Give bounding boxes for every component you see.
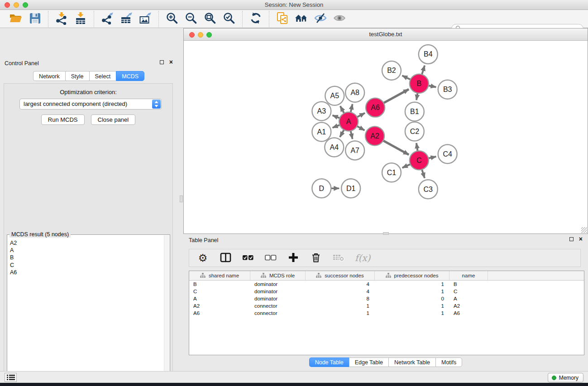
table-row[interactable]: A2connector11A2 [189,302,584,310]
column-settings-button[interactable]: ⚙ [196,251,209,265]
graph-node-D1[interactable]: D1 [341,179,360,198]
mcds-result-item[interactable]: B [7,254,163,261]
table-cell: A [189,295,250,302]
zoom-in-button[interactable] [165,12,179,26]
table-cell: 1 [306,302,375,310]
new-network-from-selection-button[interactable] [275,12,290,26]
mcds-result-item[interactable]: C [7,262,163,269]
create-column-button[interactable] [287,251,300,265]
main-toolbar [0,10,588,28]
tab-node-table[interactable]: Node Table [309,357,349,367]
table-cell: A6 [449,310,488,317]
graph-node-A7[interactable]: A7 [345,141,364,160]
mcds-result-item[interactable]: A2 [7,239,163,247]
tab-select[interactable]: Select [89,71,116,81]
vertical-scrollbar-nub[interactable] [180,195,183,202]
graph-node-D[interactable]: D [312,179,331,198]
memory-label: Memory [559,375,578,381]
open-session-button[interactable] [9,12,23,26]
tab-mcds[interactable]: MCDS [116,71,144,81]
network-graph[interactable]: B4B2BB3A8A5A6A3B1AC2A1A2A4A7C4CC1DD1C3 [184,41,588,234]
graph-node-C1[interactable]: C1 [382,163,401,182]
svg-text:A7: A7 [350,147,359,154]
svg-text:C3: C3 [424,186,433,193]
network-window-titlebar[interactable]: testGlobe.txt [184,29,588,41]
graph-node-C3[interactable]: C3 [419,180,438,199]
graph-node-B2[interactable]: B2 [382,61,401,80]
network-view-window: testGlobe.txt B4B2BB3A8A5A6A3B1AC2A1A2A4… [183,28,588,234]
graph-node-A2[interactable]: A2 [365,127,384,146]
network-canvas[interactable]: B4B2BB3A8A5A6A3B1AC2A1A2A4A7C4CC1DD1C3 [184,41,588,234]
apply-layout-button[interactable] [249,12,263,26]
memory-button[interactable]: Memory [548,373,583,382]
column-header-predecessor-nodes[interactable]: predecessor nodes [375,271,449,280]
export-table-button[interactable] [119,12,134,26]
close-panel-button[interactable]: Close panel [91,114,136,125]
zoom-fit-icon [204,12,216,26]
save-session-button[interactable] [28,12,42,26]
run-mcds-button[interactable]: Run MCDS [41,114,85,125]
tab-motifs[interactable]: Motifs [435,357,462,367]
tab-edge-table[interactable]: Edge Table [349,357,388,367]
column-tree-icon [261,273,266,279]
table-cell: A2 [449,302,488,310]
split-table-button[interactable] [219,251,232,265]
mcds-result-item[interactable]: A [7,247,163,254]
column-header-successor-nodes[interactable]: successor nodes [306,271,375,280]
result-scrollbar[interactable] [164,235,169,386]
graph-node-B3[interactable]: B3 [438,80,457,99]
node-table: shared nameMCDS rolesuccessor nodesprede… [189,271,584,355]
table-row[interactable]: Adominator80A [189,295,584,302]
first-neighbors-button[interactable] [294,12,309,26]
column-tree-icon [316,273,321,279]
zoom-fit-button[interactable] [203,12,217,26]
graph-node-C4[interactable]: C4 [438,144,457,163]
svg-text:B2: B2 [387,67,396,74]
unselect-all-rows-button[interactable] [264,251,277,265]
graph-node-B[interactable]: B [410,74,429,93]
show-all-icon [333,13,346,25]
svg-text:D: D [319,185,325,192]
graph-node-B1[interactable]: B1 [405,102,424,121]
export-image-button[interactable] [138,12,153,26]
window-resize-grip[interactable] [581,227,587,233]
table-row[interactable]: A6connector11A6 [189,310,584,317]
graph-node-C[interactable]: C [410,151,429,170]
tab-network[interactable]: Network [33,71,65,81]
tab-style[interactable]: Style [65,71,89,81]
import-network-button[interactable] [54,12,69,26]
graph-node-A8[interactable]: A8 [345,83,364,102]
close-table-panel-icon[interactable]: × [579,237,583,241]
table-row[interactable]: Bdominator41B [189,281,584,288]
table-body: Bdominator41BCdominator41CAdominator80AA… [189,281,584,317]
hide-selected-button[interactable] [313,12,328,26]
graph-node-A5[interactable]: A5 [325,86,344,105]
export-network-button[interactable] [100,12,115,26]
mcds-result-item[interactable]: A6 [7,269,163,276]
graph-node-C2[interactable]: C2 [405,122,424,141]
graph-node-A1[interactable]: A1 [312,123,331,142]
tab-network-table[interactable]: Network Table [388,357,435,367]
close-panel-icon[interactable]: × [169,60,173,64]
import-table-button[interactable] [73,12,88,26]
select-all-rows-button[interactable] [242,251,254,265]
mcds-tab-content: Optimization criterion: largest connecte… [4,83,173,386]
float-panel-icon[interactable] [160,60,164,64]
zoom-selected-button[interactable] [222,12,236,26]
graph-node-A4[interactable]: A4 [325,138,344,157]
graph-node-B4[interactable]: B4 [419,45,438,64]
table-row[interactable]: Cdominator41C [189,288,584,295]
zoom-out-button[interactable] [184,12,198,26]
show-all-button[interactable] [332,12,347,26]
graph-node-A6[interactable]: A6 [366,98,385,117]
graph-node-A3[interactable]: A3 [312,102,331,121]
graph-node-A[interactable]: A [339,112,358,131]
column-header-name[interactable]: name [449,271,488,280]
criterion-dropdown[interactable]: largest connected component (directed) [19,99,162,110]
delete-columns-button[interactable] [310,251,322,265]
column-header-MCDS-role[interactable]: MCDS role [250,271,306,280]
column-header-shared-name[interactable]: shared name [189,271,250,280]
float-table-panel-icon[interactable] [569,237,574,241]
task-history-button[interactable] [5,373,17,382]
export-network-icon [100,12,114,26]
